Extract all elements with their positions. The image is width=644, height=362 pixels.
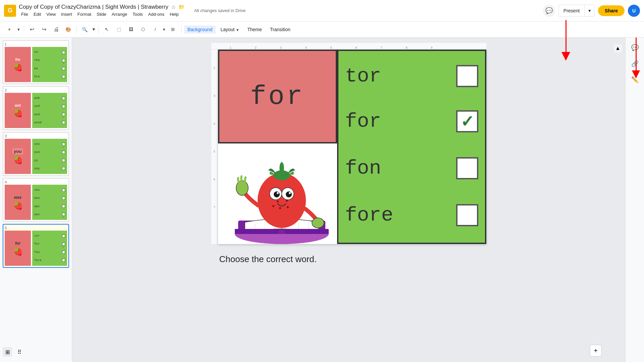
folder-icon[interactable]: 📁 — [178, 4, 185, 10]
svg-point-24 — [289, 192, 291, 194]
svg-point-17 — [272, 205, 274, 207]
option-checkbox-2[interactable]: ✓ — [456, 110, 478, 132]
strawberry-icon-5: 🍓 — [13, 247, 22, 256]
slide-thumbnail-5[interactable]: 5 for 🍓 tor for fon fore — [3, 224, 69, 268]
present-label: Present — [559, 8, 584, 13]
slide-thumbnail-4[interactable]: 4 was 🍓 vas wos waz was — [3, 178, 69, 222]
right-panel: 💬 🔗 ✏️ — [625, 38, 644, 362]
background-button[interactable]: Background — [184, 25, 216, 34]
slide-1-opt-word-2: the — [34, 59, 40, 62]
menu-arrange[interactable]: Arrange — [109, 11, 129, 17]
menu-tools[interactable]: Tools — [130, 11, 145, 17]
share-button[interactable]: Share — [598, 5, 625, 16]
slide-number-1: 1 — [5, 42, 67, 46]
paint-format-button[interactable]: 🎨 — [63, 24, 74, 35]
slide-3-word-tag: you — [12, 148, 23, 155]
grid-view-button[interactable]: ⊞ — [3, 347, 12, 357]
slide-1-cb-4 — [62, 75, 65, 78]
svg-point-14 — [286, 200, 288, 202]
slide-thumbnail-3[interactable]: 3 you 🍓 you yuo yo uoy — [3, 132, 69, 176]
menu-edit[interactable]: Edit — [31, 11, 43, 17]
menu-insert[interactable]: Insert — [59, 11, 74, 17]
slide-1-opt-2: the — [34, 59, 66, 62]
svg-rect-7 — [235, 229, 278, 234]
image-tool[interactable]: 🖼 — [126, 24, 137, 35]
add-button[interactable]: + — [4, 24, 15, 35]
svg-rect-8 — [285, 229, 329, 234]
option-row-4: fore — [338, 192, 485, 239]
zoom-button[interactable]: 🔍 — [79, 24, 90, 35]
toolbar: + ▼ ↩ ↪ 🖨 🎨 🔍 ▼ ↖ ⬚ 🖼 ⬡ / ▼ ⊞ Background… — [0, 21, 644, 38]
undo-button[interactable]: ↩ — [27, 24, 38, 35]
slide-5-right: tor for fon fore — [32, 231, 67, 266]
slide-number-3: 3 — [5, 134, 67, 138]
cursor-tool[interactable]: ↖ — [102, 24, 112, 35]
slide-1-opt-3: he — [34, 67, 66, 70]
slide-thumbnail-1[interactable]: 1 the 🍓 th the he — [3, 40, 69, 84]
menu-help[interactable]: Help — [167, 11, 181, 17]
present-dropdown-arrow[interactable]: ▼ — [584, 5, 594, 16]
star-icon[interactable]: ☆ — [171, 4, 176, 10]
slide-2-right: anb ond and annd — [32, 93, 67, 128]
option-checkbox-1[interactable] — [456, 65, 478, 87]
link-panel-button[interactable]: 🔗 — [629, 58, 641, 70]
theme-button[interactable]: Theme — [244, 25, 265, 34]
option-word-3: fon — [345, 157, 381, 180]
strawberry-icon-1: 🍓 — [13, 63, 22, 72]
option-row-3: fon — [338, 145, 485, 192]
options-box: tor for ✓ fon — [337, 50, 486, 244]
menu-view[interactable]: View — [44, 11, 58, 17]
option-word-2: for — [345, 110, 381, 133]
menu-file[interactable]: File — [19, 11, 31, 17]
slide-number-5: 5 — [5, 226, 67, 230]
slide-4-content: was 🍓 vas wos waz was — [5, 185, 67, 220]
slide-2-word-tag: and — [13, 103, 22, 108]
avatar[interactable]: U — [628, 5, 640, 17]
filmstrip-view-button[interactable]: ⠿ — [15, 347, 24, 357]
slide-4-word-tag: was — [13, 195, 23, 200]
main-word-box: for — [218, 50, 337, 143]
slide-canvas: for tor for ✓ — [218, 50, 486, 244]
chat-button[interactable]: 💬 — [543, 5, 555, 17]
slide-1-left: the 🍓 — [5, 47, 31, 82]
svg-point-22 — [286, 191, 292, 197]
align-button[interactable]: ⊞ — [168, 24, 178, 35]
slide-2-left: and 🍓 — [5, 93, 31, 128]
vertical-ruler: 2 3 4 5 6 7 — [211, 50, 218, 244]
transition-button[interactable]: Transition — [267, 25, 294, 34]
slide-number-2: 2 — [5, 88, 67, 92]
strawberry-icon-2: 🍓 — [13, 109, 22, 118]
option-checkbox-3[interactable] — [456, 157, 478, 179]
strawberry-icon-3: 🍓 — [13, 156, 22, 165]
scroll-up-button[interactable]: ▲ — [614, 44, 622, 52]
document-title: Copy of Copy of CrazyCharizma | Sight Wo… — [19, 4, 168, 10]
print-button[interactable]: 🖨 — [51, 24, 62, 35]
autosave-text: All changes saved in Drive — [194, 8, 246, 13]
main-content: 1 the 🍓 th the he — [0, 38, 644, 362]
slide-1-opt-word-1: th — [34, 51, 38, 54]
slide-1-opt-1: th — [34, 51, 66, 54]
menu-slide[interactable]: Slide — [94, 11, 109, 17]
shape-tool[interactable]: ⬡ — [138, 24, 149, 35]
slide-5-left: for 🍓 — [5, 231, 31, 266]
slide-5-content: for 🍓 tor for fon fore — [5, 231, 67, 266]
slide-thumbnail-2[interactable]: 2 and 🍓 anb ond and annd — [3, 86, 69, 130]
menu-addons[interactable]: Add-ons — [146, 11, 167, 17]
edit-panel-button[interactable]: ✏️ — [629, 74, 641, 86]
select-tool[interactable]: ⬚ — [114, 24, 124, 35]
redo-button[interactable]: ↪ — [39, 24, 50, 35]
slide-1-cb-3 — [62, 67, 65, 70]
comments-panel-button[interactable]: 💬 — [629, 42, 641, 54]
option-checkbox-4[interactable] — [456, 204, 478, 226]
slide-4-right: vas wos waz was — [32, 185, 67, 220]
slide-1-opt-4: hte — [34, 75, 66, 78]
add-slide-button[interactable]: + — [590, 345, 602, 357]
menu-bar: File Edit View Insert Format Slide Arran… — [19, 11, 185, 17]
menu-format[interactable]: Format — [75, 11, 94, 17]
line-tool[interactable]: / — [150, 24, 161, 35]
svg-point-23 — [277, 192, 279, 194]
svg-point-16 — [287, 206, 289, 208]
svg-point-21 — [274, 191, 280, 197]
present-button[interactable]: Present ▼ — [558, 5, 595, 17]
layout-button[interactable]: Layout ▼ — [217, 25, 243, 34]
